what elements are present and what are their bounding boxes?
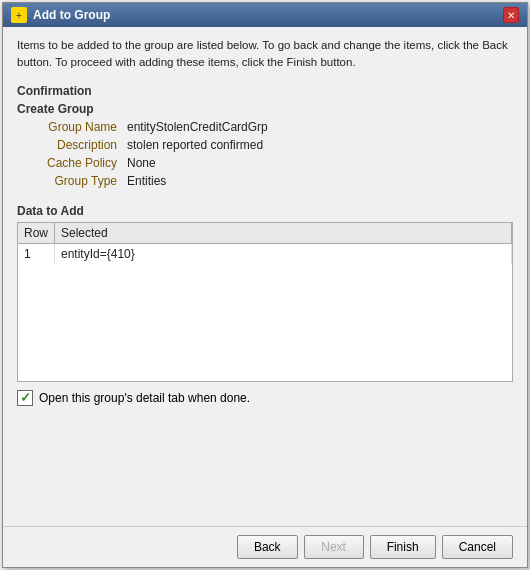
data-table-container: Row Selected 1entityId={410} bbox=[17, 222, 513, 382]
table-header-row: Row Selected bbox=[18, 223, 512, 244]
confirmation-title: Confirmation bbox=[17, 84, 513, 98]
cache-policy-row: Cache Policy None bbox=[27, 156, 513, 170]
open-detail-checkbox[interactable]: ✓ bbox=[17, 390, 33, 406]
data-to-add-title: Data to Add bbox=[17, 204, 513, 218]
add-to-group-dialog: + Add to Group ✕ Items to be added to th… bbox=[2, 2, 528, 568]
group-name-label: Group Name bbox=[27, 120, 117, 134]
checkbox-check-icon: ✓ bbox=[20, 390, 31, 405]
table-row: 1entityId={410} bbox=[18, 243, 512, 264]
create-group-title: Create Group bbox=[17, 102, 513, 116]
dialog-icon: + bbox=[11, 7, 27, 23]
group-name-row: Group Name entityStolenCreditCardGrp bbox=[27, 120, 513, 134]
checkbox-label: Open this group's detail tab when done. bbox=[39, 391, 250, 405]
confirmation-section: Confirmation Create Group Group Name ent… bbox=[17, 84, 513, 192]
description-row: Description stolen reported confirmed bbox=[27, 138, 513, 152]
dialog-footer: Back Next Finish Cancel bbox=[3, 526, 527, 567]
group-type-row: Group Type Entities bbox=[27, 174, 513, 188]
cancel-button[interactable]: Cancel bbox=[442, 535, 513, 559]
description-value: stolen reported confirmed bbox=[127, 138, 263, 152]
form-table: Group Name entityStolenCreditCardGrp Des… bbox=[27, 120, 513, 188]
table-cell-row: 1 bbox=[18, 243, 55, 264]
cache-policy-label: Cache Policy bbox=[27, 156, 117, 170]
data-table: Row Selected 1entityId={410} bbox=[18, 223, 512, 264]
col-header-row: Row bbox=[18, 223, 55, 244]
back-button[interactable]: Back bbox=[237, 535, 298, 559]
close-button[interactable]: ✕ bbox=[503, 7, 519, 23]
title-bar: + Add to Group ✕ bbox=[3, 3, 527, 27]
title-bar-left: + Add to Group bbox=[11, 7, 110, 23]
col-header-selected: Selected bbox=[55, 223, 512, 244]
data-to-add-section: Data to Add Row Selected 1entityId={410} bbox=[17, 204, 513, 517]
group-name-value: entityStolenCreditCardGrp bbox=[127, 120, 268, 134]
next-button[interactable]: Next bbox=[304, 535, 364, 559]
group-type-value: Entities bbox=[127, 174, 166, 188]
table-cell-selected: entityId={410} bbox=[55, 243, 512, 264]
dialog-title: Add to Group bbox=[33, 8, 110, 22]
description-label: Description bbox=[27, 138, 117, 152]
instruction-text: Items to be added to the group are liste… bbox=[17, 37, 513, 72]
dialog-content: Items to be added to the group are liste… bbox=[3, 27, 527, 526]
group-type-label: Group Type bbox=[27, 174, 117, 188]
table-body: 1entityId={410} bbox=[18, 243, 512, 264]
checkbox-row: ✓ Open this group's detail tab when done… bbox=[17, 390, 513, 406]
finish-button[interactable]: Finish bbox=[370, 535, 436, 559]
cache-policy-value: None bbox=[127, 156, 156, 170]
